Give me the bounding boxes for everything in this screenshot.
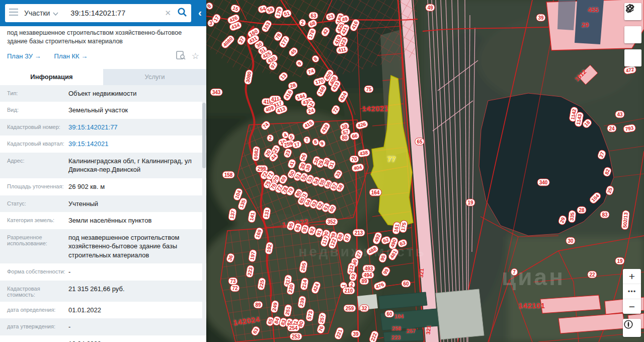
parcel-label[interactable]: 404 bbox=[351, 163, 365, 172]
parcel-label[interactable]: 230 bbox=[286, 282, 295, 296]
parcel-label[interactable]: 424 bbox=[337, 90, 349, 104]
position-button[interactable] bbox=[624, 49, 641, 66]
parcel-label[interactable]: 60 bbox=[384, 310, 394, 318]
parcel-label[interactable]: 74 bbox=[260, 119, 272, 131]
parcel-label[interactable]: 43 bbox=[615, 111, 624, 118]
collapse-panel-icon[interactable]: ‹ bbox=[198, 7, 202, 19]
parcel-label[interactable]: 192 bbox=[264, 242, 274, 255]
parcel-label[interactable]: 352 bbox=[326, 218, 338, 226]
clear-icon[interactable]: ✕ bbox=[165, 9, 171, 18]
parcel-label[interactable]: 8 bbox=[310, 54, 320, 64]
parcel-label[interactable]: 15 bbox=[229, 4, 241, 14]
parcel-label[interactable]: 63 bbox=[308, 12, 318, 20]
parcel-label[interactable]: 210 bbox=[343, 287, 355, 295]
parcel-label[interactable]: 23 bbox=[283, 147, 293, 159]
parcel-label[interactable]: 68 bbox=[306, 18, 318, 29]
parcel-label[interactable]: 439 bbox=[318, 121, 331, 136]
parcel-label[interactable]: 65 bbox=[415, 138, 424, 146]
parcel-label[interactable]: 92 bbox=[349, 271, 358, 282]
parcel-label[interactable]: 29 bbox=[557, 214, 568, 226]
parcel-label[interactable]: 214 bbox=[299, 278, 309, 291]
parcel-label[interactable]: 169 bbox=[253, 227, 265, 241]
parcel-label[interactable]: 22 bbox=[587, 271, 597, 279]
parcel-label[interactable]: 8 bbox=[206, 1, 214, 11]
parcel-label[interactable]: 42 bbox=[320, 26, 332, 38]
parcel-label[interactable]: 6082 bbox=[252, 146, 261, 161]
scrollbar-thumb[interactable] bbox=[202, 103, 206, 168]
parcel-label[interactable]: 472 bbox=[623, 65, 637, 75]
parcel-label[interactable]: 340 bbox=[537, 179, 550, 186]
parcel-label[interactable]: 137 bbox=[227, 208, 237, 222]
parcel-label[interactable]: 9 bbox=[318, 139, 327, 148]
parcel-label[interactable]: 13 bbox=[277, 71, 289, 83]
parcel-label[interactable]: 4080 bbox=[220, 34, 236, 50]
search-category-select[interactable]: Участки bbox=[24, 9, 50, 17]
preview-icon[interactable] bbox=[176, 51, 186, 61]
tab-информация[interactable]: Информация bbox=[0, 69, 103, 85]
parcel-label[interactable]: 2 bbox=[299, 19, 306, 27]
panel-scrollbar[interactable] bbox=[202, 99, 206, 330]
parcel-label[interactable]: 99 bbox=[380, 265, 392, 278]
parcel-label[interactable]: 343 bbox=[210, 89, 223, 96]
parcel-label[interactable]: 221 bbox=[334, 326, 345, 340]
parcel-label[interactable]: 70 bbox=[349, 156, 359, 163]
parcel-label[interactable]: 476 bbox=[373, 280, 387, 292]
parcel-label[interactable]: 502/13 bbox=[621, 210, 630, 230]
locate-button[interactable] bbox=[623, 319, 641, 337]
parcel-label[interactable]: 3080 bbox=[244, 69, 254, 85]
parcel-label[interactable]: 37 bbox=[236, 34, 248, 46]
plan-link[interactable]: План КК → bbox=[54, 52, 88, 60]
parcel-label[interactable]: 76 bbox=[316, 323, 327, 334]
parcel-label[interactable]: 82 bbox=[602, 166, 613, 177]
parcel-label[interactable]: 72 bbox=[230, 285, 239, 292]
plan-link[interactable]: План ЗУ → bbox=[7, 52, 41, 60]
parcel-label[interactable]: 39 bbox=[536, 14, 545, 22]
parcel-label[interactable]: 72 bbox=[330, 104, 342, 116]
parcel-label[interactable]: 223 bbox=[245, 265, 255, 279]
map-canvas[interactable]: 8317154264345458179511631603740804313051… bbox=[206, 0, 644, 342]
parcel-label[interactable]: 74 bbox=[305, 66, 316, 77]
parcel-label[interactable]: 60 bbox=[401, 280, 411, 288]
parcel-label[interactable]: 416 bbox=[282, 88, 294, 102]
parcel-label[interactable]: 53 bbox=[325, 12, 336, 21]
favorite-star-icon[interactable]: ☆ bbox=[192, 52, 199, 60]
parcel-label[interactable]: 27 bbox=[597, 149, 607, 160]
parcel-label[interactable]: 75 bbox=[364, 86, 373, 93]
search-icon[interactable] bbox=[177, 7, 187, 19]
zoom-out-button[interactable]: − bbox=[623, 299, 641, 314]
parcel-label[interactable]: 7 bbox=[303, 135, 311, 145]
parcel-label[interactable]: 28 bbox=[577, 207, 586, 214]
parcel-label[interactable]: 63 bbox=[250, 325, 262, 337]
parcel-label[interactable]: 205 bbox=[298, 260, 308, 274]
parcel-label[interactable]: 253 bbox=[290, 333, 302, 340]
parcel-label[interactable]: 793 bbox=[623, 123, 636, 133]
parcel-label[interactable]: 2 bbox=[267, 134, 274, 142]
zoom-options-button[interactable]: ••• bbox=[623, 284, 641, 299]
parcel-label[interactable]: 158 bbox=[222, 171, 235, 179]
parcel-label[interactable]: 225 bbox=[257, 278, 266, 291]
parcel-label[interactable]: 251 bbox=[283, 304, 292, 318]
parcel-label[interactable]: 178 bbox=[306, 27, 317, 41]
tab-услуги[interactable]: Услуги bbox=[103, 69, 206, 85]
cadastral-link[interactable]: 39:15:142021 bbox=[68, 140, 109, 149]
parcel-label[interactable]: 411 bbox=[336, 45, 349, 55]
parcel-label[interactable]: 141 bbox=[247, 210, 257, 224]
parcel-label[interactable]: 80 bbox=[340, 134, 349, 142]
parcel-label[interactable]: 36 bbox=[225, 252, 236, 263]
parcel-label[interactable]: 416 bbox=[349, 18, 361, 33]
parcel-label[interactable]: 164 bbox=[369, 189, 382, 196]
parcel-label[interactable]: 83 bbox=[600, 211, 609, 219]
parcel-label[interactable]: 19 bbox=[465, 199, 475, 207]
parcel-label[interactable]: 259 bbox=[344, 305, 356, 312]
parcel-label[interactable]: 175 bbox=[398, 220, 408, 234]
parcel-label[interactable]: 426 bbox=[355, 120, 369, 130]
parcel-label[interactable]: 222 bbox=[368, 330, 380, 342]
parcel-label[interactable]: 45 bbox=[287, 46, 299, 58]
parcel-label[interactable]: 249 bbox=[270, 300, 279, 314]
measure-button[interactable] bbox=[624, 26, 641, 43]
parcel-label[interactable]: 415 bbox=[301, 118, 316, 130]
parcel-label[interactable]: 131 bbox=[262, 207, 271, 221]
parcel-label[interactable]: 19 bbox=[615, 257, 624, 265]
parcel-label[interactable]: 39 bbox=[351, 330, 360, 338]
parcel-label[interactable]: 335 bbox=[568, 210, 576, 223]
